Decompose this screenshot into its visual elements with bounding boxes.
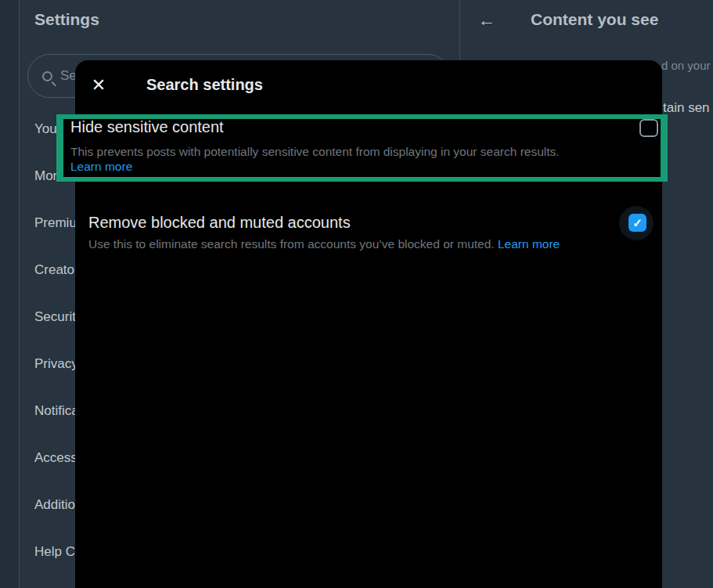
learn-more-link-blocked-muted[interactable]: Learn more bbox=[498, 237, 560, 251]
back-icon[interactable]: ← bbox=[478, 10, 495, 31]
remove-blocked-muted-description: Use this to eliminate search results fro… bbox=[88, 237, 560, 251]
hide-sensitive-description: This prevents posts with potentially sen… bbox=[70, 145, 560, 159]
background-text-fragment-bottom: tain sen bbox=[663, 100, 710, 116]
remove-blocked-muted-title: Remove blocked and muted accounts bbox=[88, 214, 351, 232]
page-title: Settings bbox=[34, 10, 99, 29]
screen: Settings Search Settings Your account Mo… bbox=[0, 0, 713, 588]
hide-sensitive-title: Hide sensitive content bbox=[70, 118, 224, 136]
close-icon[interactable]: ✕ bbox=[88, 74, 110, 96]
remove-blocked-muted-description-text: Use this to eliminate search results fro… bbox=[88, 237, 495, 251]
background-text-fragment-top: d on your bbox=[661, 59, 711, 72]
content-you-see-title: Content you see bbox=[531, 10, 658, 29]
learn-more-link-hide-sensitive[interactable]: Learn more bbox=[70, 160, 132, 173]
remove-blocked-muted-checkbox[interactable]: ✓ bbox=[628, 214, 646, 232]
search-icon bbox=[42, 71, 52, 81]
left-nav-strip bbox=[0, 0, 20, 588]
modal-title: Search settings bbox=[146, 76, 263, 94]
hide-sensitive-checkbox[interactable] bbox=[639, 119, 658, 137]
highlight-annotation-hide-sensitive: Hide sensitive content This prevents pos… bbox=[56, 114, 668, 182]
